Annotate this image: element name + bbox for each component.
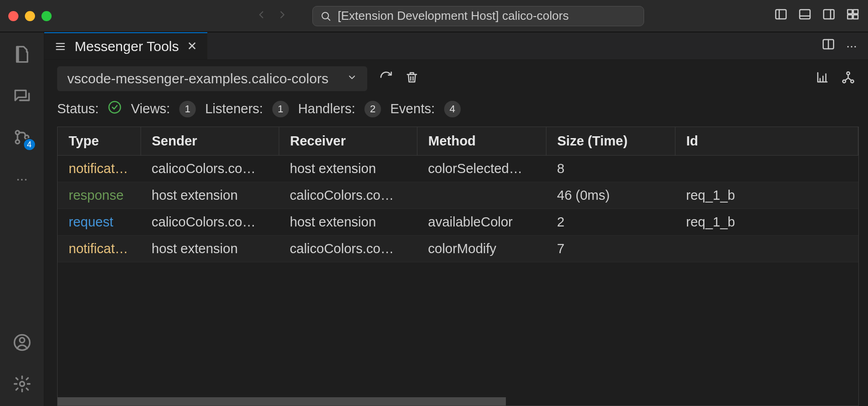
table-cell: request bbox=[58, 209, 141, 236]
titlebar: [Extension Development Host] calico-colo… bbox=[0, 0, 868, 32]
editor-area: Messenger Tools ✕ ··· vscode-messenger-e… bbox=[44, 32, 868, 406]
fullscreen-window-button[interactable] bbox=[41, 11, 52, 21]
table-cell: host extension bbox=[279, 209, 417, 236]
table-cell: calicoColors.co… bbox=[141, 209, 279, 236]
column-header[interactable]: Type bbox=[58, 127, 141, 156]
table-cell: colorSelected… bbox=[417, 156, 546, 182]
table-cell: 7 bbox=[546, 236, 675, 262]
svg-point-0 bbox=[322, 12, 328, 19]
search-icon bbox=[320, 11, 331, 22]
events-count-badge: 4 bbox=[444, 101, 461, 117]
handlers-label: Handlers: bbox=[298, 101, 355, 116]
table-cell bbox=[675, 236, 858, 262]
horizontal-scrollbar[interactable] bbox=[58, 397, 506, 406]
table-cell: colorModify bbox=[417, 236, 546, 262]
table-cell: response bbox=[58, 182, 141, 209]
svg-rect-2 bbox=[800, 10, 810, 19]
handlers-count-badge: 2 bbox=[364, 101, 381, 117]
table-cell bbox=[417, 182, 546, 209]
table-header-row: TypeSenderReceiverMethodSize (Time)Id bbox=[58, 127, 858, 156]
minimize-window-button[interactable] bbox=[25, 11, 35, 21]
trash-icon[interactable] bbox=[405, 70, 419, 87]
status-row: Status: Views: 1 Listeners: 1 Handlers: … bbox=[44, 98, 868, 124]
scm-badge: 4 bbox=[23, 138, 36, 151]
table-row[interactable]: responsehost extensioncalicoColors.co…46… bbox=[58, 182, 858, 209]
table-cell: req_1_b bbox=[675, 209, 858, 236]
chart-icon[interactable] bbox=[815, 70, 829, 87]
listeners-label: Listeners: bbox=[205, 101, 263, 116]
menu-icon bbox=[54, 41, 66, 52]
command-center[interactable]: [Extension Development Host] calico-colo… bbox=[312, 6, 644, 26]
window-controls bbox=[8, 11, 52, 21]
dropdown-label: vscode-messenger-examples.calico-colors bbox=[67, 71, 328, 87]
views-count-badge: 1 bbox=[179, 101, 196, 117]
command-center-text: [Extension Development Host] calico-colo… bbox=[338, 9, 569, 23]
table-cell bbox=[675, 156, 858, 182]
column-header[interactable]: Size (Time) bbox=[546, 127, 675, 156]
table-cell: 46 (0ms) bbox=[546, 182, 675, 209]
customize-layout-icon[interactable] bbox=[846, 7, 860, 24]
chat-icon[interactable] bbox=[11, 85, 33, 107]
table-row[interactable]: notificationhost extensioncalicoColors.c… bbox=[58, 236, 858, 262]
svg-rect-4 bbox=[848, 10, 852, 14]
layout-controls bbox=[774, 7, 860, 24]
table-cell: calicoColors.co… bbox=[279, 236, 417, 262]
table-row[interactable]: notificationcalicoColors.co…host extensi… bbox=[58, 156, 858, 182]
column-header[interactable]: Receiver bbox=[279, 127, 417, 156]
refresh-icon[interactable] bbox=[379, 70, 393, 87]
events-table: TypeSenderReceiverMethodSize (Time)Id no… bbox=[58, 127, 858, 262]
listeners-count-badge: 1 bbox=[272, 101, 289, 117]
svg-point-13 bbox=[20, 382, 24, 386]
table-cell: notification bbox=[58, 236, 141, 262]
editor-tabs: Messenger Tools ✕ ··· bbox=[44, 32, 868, 60]
close-window-button[interactable] bbox=[8, 11, 18, 21]
accounts-icon[interactable] bbox=[11, 331, 33, 354]
tab-actions: ··· bbox=[821, 32, 868, 59]
toggle-secondary-sidebar-icon[interactable] bbox=[822, 7, 836, 24]
table-cell: host extension bbox=[141, 182, 279, 209]
table-cell: 8 bbox=[546, 156, 675, 182]
events-label: Events: bbox=[390, 101, 435, 116]
panel-toolbar: vscode-messenger-examples.calico-colors bbox=[44, 60, 868, 98]
svg-point-12 bbox=[19, 338, 24, 343]
svg-rect-5 bbox=[853, 10, 858, 14]
table-cell: notification bbox=[58, 156, 141, 182]
more-icon[interactable]: ··· bbox=[11, 168, 33, 190]
column-header[interactable]: Sender bbox=[141, 127, 279, 156]
toggle-primary-sidebar-icon[interactable] bbox=[774, 7, 788, 24]
activity-bar: 4 ··· bbox=[0, 32, 44, 406]
svg-rect-3 bbox=[824, 10, 834, 19]
table-cell: 2 bbox=[546, 209, 675, 236]
chevron-down-icon bbox=[347, 72, 357, 85]
close-tab-icon[interactable]: ✕ bbox=[187, 39, 197, 53]
table-cell: availableColor bbox=[417, 209, 546, 236]
svg-rect-7 bbox=[853, 15, 858, 19]
nav-forward-icon[interactable] bbox=[276, 8, 288, 24]
svg-rect-6 bbox=[848, 15, 852, 19]
column-header[interactable]: Id bbox=[675, 127, 858, 156]
toggle-panel-icon[interactable] bbox=[798, 7, 812, 24]
source-control-icon[interactable]: 4 bbox=[11, 126, 33, 148]
table-row[interactable]: requestcalicoColors.co…host extensionava… bbox=[58, 209, 858, 236]
nav-arrows bbox=[255, 8, 288, 24]
settings-gear-icon[interactable] bbox=[11, 373, 33, 395]
table-cell: calicoColors.co… bbox=[141, 156, 279, 182]
extension-dropdown[interactable]: vscode-messenger-examples.calico-colors bbox=[57, 66, 367, 91]
split-editor-icon[interactable] bbox=[821, 37, 835, 54]
tab-title: Messenger Tools bbox=[75, 39, 179, 54]
status-ok-icon bbox=[108, 100, 122, 117]
status-label: Status: bbox=[57, 101, 99, 116]
table-cell: calicoColors.co… bbox=[279, 182, 417, 209]
more-actions-icon[interactable]: ··· bbox=[846, 39, 857, 53]
column-header[interactable]: Method bbox=[417, 127, 546, 156]
nav-back-icon[interactable] bbox=[255, 8, 267, 24]
table-cell: req_1_b bbox=[675, 182, 858, 209]
table-cell: host extension bbox=[141, 236, 279, 262]
views-label: Views: bbox=[131, 101, 170, 116]
svg-rect-1 bbox=[776, 10, 786, 19]
tab-messenger-tools[interactable]: Messenger Tools ✕ bbox=[44, 32, 207, 59]
table-cell: host extension bbox=[279, 156, 417, 182]
svg-point-18 bbox=[109, 102, 121, 113]
explorer-icon[interactable] bbox=[11, 43, 33, 65]
diagram-icon[interactable] bbox=[841, 70, 855, 87]
